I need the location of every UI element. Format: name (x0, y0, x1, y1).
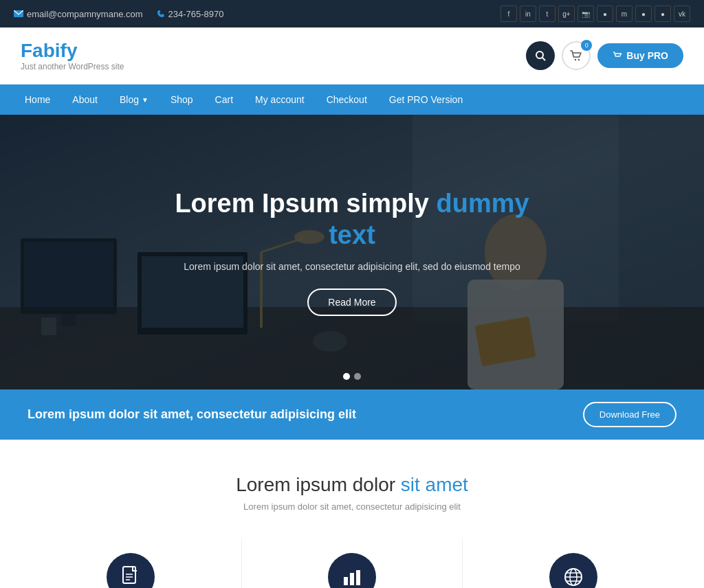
social-messenger[interactable]: m (616, 5, 632, 22)
email-text: email@compamnymane.com (27, 9, 143, 19)
svg-point-3 (575, 59, 576, 60)
nav-link-blog[interactable]: Blog ▼ (109, 84, 160, 115)
cart-icon (570, 50, 582, 61)
hero-title-text: Lorem Ipsum simply (175, 189, 436, 218)
phone-icon (157, 10, 165, 18)
phone-info: 234-765-8970 (157, 9, 224, 19)
svg-rect-26 (344, 577, 348, 585)
svg-rect-22 (123, 567, 135, 583)
social-google[interactable]: g+ (558, 5, 575, 22)
contact-info: email@compamnymane.com 234-765-8970 (14, 9, 224, 19)
social-facebook[interactable]: f (500, 5, 517, 22)
promo-bar: Lorem ipsum dolor sit amet, consectetur … (0, 389, 704, 440)
nav-item-about[interactable]: About (61, 84, 109, 115)
cart-badge: 0 (581, 40, 592, 51)
nav-link-account[interactable]: My account (244, 84, 316, 115)
svg-rect-27 (350, 573, 354, 585)
globe-icon (564, 567, 583, 587)
svg-rect-28 (356, 570, 360, 585)
chevron-down-icon: ▼ (142, 96, 148, 104)
nav-item-shop[interactable]: Shop (160, 84, 204, 115)
document-icon (121, 566, 140, 588)
nav-link-about[interactable]: About (61, 84, 109, 115)
search-button[interactable] (526, 41, 555, 70)
social-5[interactable]: ● (597, 5, 613, 22)
hero-section: Lorem Ipsum simply dummy text Lorem ipsu… (0, 115, 704, 389)
nav-item-checkout[interactable]: Checkout (316, 84, 378, 115)
nav-item-blog[interactable]: Blog ▼ (109, 84, 160, 115)
site-header: Fabify Just another WordPress site 0 Buy… (0, 27, 704, 84)
nav-list: Home About Blog ▼ Shop Cart My account C… (14, 84, 690, 115)
buy-pro-button[interactable]: Buy PRO (597, 43, 683, 68)
feature-item-2 (242, 539, 463, 588)
feature-icon-1 (107, 553, 155, 588)
features-section: Lorem ipsum dolor sit amet Lorem ipsum d… (0, 440, 704, 588)
nav-item-home[interactable]: Home (14, 84, 61, 115)
nav-link-home[interactable]: Home (14, 84, 61, 115)
feature-item-1 (21, 539, 242, 588)
social-twitter[interactable]: t (539, 5, 556, 22)
mail-icon (14, 10, 23, 17)
features-grid (21, 539, 683, 588)
phone-text: 234-765-8970 (168, 9, 224, 19)
hero-dot-1[interactable] (343, 373, 350, 380)
social-instagram[interactable]: 📷 (578, 5, 594, 22)
email-info: email@compamnymane.com (14, 9, 143, 19)
main-nav: Home About Blog ▼ Shop Cart My account C… (0, 84, 704, 115)
hero-indicators (343, 373, 361, 380)
feature-item-3 (463, 539, 683, 588)
header-actions: 0 Buy PRO (526, 41, 683, 70)
hero-title: Lorem Ipsum simply dummy text (160, 188, 544, 251)
nav-item-account[interactable]: My account (244, 84, 316, 115)
top-bar: email@compamnymane.com 234-765-8970 f in… (0, 0, 704, 27)
promo-text: Lorem ipsum dolor sit amet, consectetur … (28, 407, 356, 422)
nav-link-shop[interactable]: Shop (160, 84, 204, 115)
site-tagline: Just another WordPress site (21, 62, 124, 71)
nav-link-cart[interactable]: Cart (204, 84, 244, 115)
social-icons-group: f in t g+ 📷 ● m ● ● vk (500, 5, 690, 22)
nav-link-pro[interactable]: Get PRO Version (378, 84, 474, 115)
svg-line-2 (542, 58, 545, 60)
nav-link-checkout[interactable]: Checkout (316, 84, 378, 115)
features-title: Lorem ipsum dolor sit amet (21, 474, 683, 496)
hero-dot-2[interactable] (354, 373, 361, 380)
feature-icon-3 (549, 553, 597, 588)
cart-small-icon (613, 52, 622, 60)
social-7[interactable]: ● (635, 5, 652, 22)
features-title-text: Lorem ipsum dolor (236, 474, 401, 495)
nav-item-cart[interactable]: Cart (204, 84, 244, 115)
cart-button[interactable]: 0 (562, 41, 591, 70)
logo-area: Fabify Just another WordPress site (21, 40, 124, 71)
hero-subtitle: Lorem ipsum dolor sit amet, consectetur … (160, 261, 544, 272)
social-linkedin[interactable]: in (520, 5, 536, 22)
site-logo[interactable]: Fabify (21, 40, 124, 62)
social-8[interactable]: ● (654, 5, 671, 22)
svg-point-4 (578, 59, 580, 60)
hero-content: Lorem Ipsum simply dummy text Lorem ipsu… (146, 188, 558, 315)
features-title-highlight: sit amet (401, 474, 468, 495)
nav-item-pro[interactable]: Get PRO Version (378, 84, 474, 115)
svg-point-1 (536, 52, 543, 58)
social-vk[interactable]: vk (674, 5, 690, 22)
download-free-button[interactable]: Download Free (583, 402, 676, 427)
read-more-button[interactable]: Read More (307, 289, 396, 316)
chart-icon (342, 567, 362, 587)
buy-pro-label: Buy PRO (626, 50, 668, 61)
search-icon (535, 50, 546, 61)
features-subtitle: Lorem ipsum dolor sit amet, consectetur … (21, 501, 683, 512)
feature-icon-2 (328, 553, 376, 588)
